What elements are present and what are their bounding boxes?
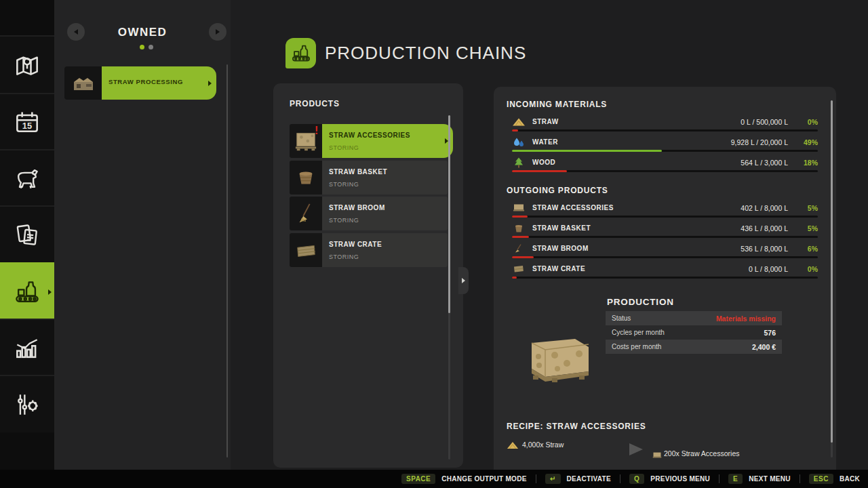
key-space: SPACE bbox=[401, 474, 435, 484]
status-value: Materials missing bbox=[716, 314, 776, 323]
products-panel-title: PRODUCTS bbox=[290, 99, 340, 108]
product-status: STORING bbox=[329, 144, 359, 151]
documents-icon bbox=[12, 220, 42, 250]
product-name: STRAW BASKET bbox=[329, 168, 387, 176]
detail-scrollbar-thumb[interactable] bbox=[831, 100, 833, 443]
material-row-wood: WOOD 564 L / 3,000 L 18% bbox=[507, 158, 818, 176]
pallet-thumbnail: ! bbox=[290, 124, 322, 158]
chevron-right-icon bbox=[208, 81, 212, 86]
svg-text:15: 15 bbox=[22, 121, 32, 131]
broom-icon bbox=[512, 243, 526, 254]
production-chains-icon bbox=[290, 42, 313, 65]
page-icon bbox=[285, 38, 316, 68]
page-dot[interactable] bbox=[149, 45, 153, 49]
key-e: E bbox=[728, 474, 743, 484]
sidebar-item-calendar[interactable]: 15 bbox=[0, 93, 54, 150]
map-icon bbox=[12, 51, 42, 81]
factory-thumbnail bbox=[64, 66, 102, 100]
products-scrollbar-thumb[interactable] bbox=[448, 115, 450, 313]
water-icon bbox=[512, 136, 526, 148]
chevron-right-icon bbox=[462, 278, 465, 283]
table-row-status: Status Materials missing bbox=[606, 311, 782, 325]
recipe-input: 4,000x Straw bbox=[522, 441, 564, 449]
sidebar-item-statistics[interactable] bbox=[0, 319, 54, 376]
recipe-arrow-icon bbox=[629, 443, 643, 455]
table-row-costs: Costs per month 2,400 € bbox=[606, 340, 782, 354]
sidebar-item-production-chains[interactable] bbox=[0, 262, 54, 320]
warning-icon: ! bbox=[315, 125, 318, 137]
pallet-icon bbox=[512, 202, 526, 214]
product-item-straw-broom[interactable]: STRAW BROOM STORING bbox=[290, 197, 448, 230]
wood-tree-icon bbox=[512, 157, 526, 168]
owned-scrollbar[interactable] bbox=[226, 64, 228, 458]
basket-thumbnail bbox=[290, 161, 322, 195]
product-row-straw-crate: STRAW CRATE 0 L / 8,000 L 0% bbox=[507, 264, 818, 282]
product-name: STRAW BROOM bbox=[329, 204, 385, 211]
incoming-materials-title: INCOMING MATERIALS bbox=[507, 100, 607, 109]
owned-title: OWNED bbox=[54, 26, 231, 39]
owned-tab-straw-processing[interactable]: STRAW PROCESSING bbox=[64, 66, 216, 100]
material-row-straw: STRAW 0 L / 500,000 L 0% bbox=[507, 117, 818, 135]
product-row-straw-accessories: STRAW ACCESSORIES 402 L / 8,000 L 5% bbox=[507, 203, 818, 221]
panel-expand-arrow[interactable] bbox=[458, 267, 469, 294]
key-esc: ESC bbox=[809, 474, 833, 484]
outgoing-products-title: OUTGOING PRODUCTS bbox=[507, 186, 608, 195]
hint-change-output-mode[interactable]: SPACE CHANGE OUTPUT MODE bbox=[401, 474, 527, 484]
owned-tab-label: STRAW PROCESSING bbox=[108, 78, 183, 85]
product-row-straw-basket: STRAW BASKET 436 L / 8,000 L 5% bbox=[507, 224, 818, 241]
bottom-hint-bar: SPACE CHANGE OUTPUT MODE ↵ DEACTIVATE Q … bbox=[0, 470, 868, 488]
hint-next-menu[interactable]: E NEXT MENU bbox=[728, 474, 791, 484]
production-chains-icon bbox=[12, 277, 42, 307]
hint-previous-menu[interactable]: Q PREVIOUS MENU bbox=[629, 474, 710, 484]
calendar-icon: 15 bbox=[12, 108, 42, 138]
production-section-title: PRODUCTION bbox=[607, 297, 674, 307]
straw-icon bbox=[507, 441, 519, 449]
owned-panel: OWNED STRAW PROCESSING bbox=[54, 0, 231, 470]
page-title: PRODUCTION CHAINS bbox=[325, 43, 526, 64]
sidebar-item-map[interactable] bbox=[0, 35, 54, 94]
straw-icon bbox=[512, 116, 526, 127]
sidebar-item-finances[interactable] bbox=[0, 205, 54, 264]
material-row-water: WATER 9,928 L / 20,000 L 49% bbox=[507, 138, 818, 155]
recipe-output: 200x Straw Accessories bbox=[664, 449, 739, 458]
table-row-cycles: Cycles per month 576 bbox=[606, 325, 782, 340]
sidebar-item-animals[interactable] bbox=[0, 149, 54, 207]
key-q: Q bbox=[629, 474, 644, 484]
product-item-straw-accessories[interactable]: ! STRAW ACCESSORIES STORING bbox=[290, 124, 448, 158]
hint-back[interactable]: ESC BACK bbox=[809, 474, 860, 484]
bar-chart-icon bbox=[12, 333, 42, 363]
hint-deactivate[interactable]: ↵ DEACTIVATE bbox=[545, 474, 611, 484]
page-dot-active[interactable] bbox=[140, 45, 144, 49]
sidebar-item-settings[interactable] bbox=[0, 375, 54, 432]
crate-icon bbox=[512, 263, 526, 274]
crate-thumbnail bbox=[290, 233, 322, 267]
product-name: STRAW CRATE bbox=[329, 241, 382, 248]
active-notch-arrow-icon bbox=[48, 289, 52, 295]
recipe-title: RECIPE: STRAW ACCESSORIES bbox=[507, 422, 646, 431]
sidebar: 15 bbox=[0, 0, 54, 470]
key-enter-icon: ↵ bbox=[545, 474, 561, 484]
product-row-straw-broom: STRAW BROOM 536 L / 8,000 L 6% bbox=[507, 244, 818, 262]
basket-icon bbox=[512, 222, 526, 234]
product-status: STORING bbox=[329, 181, 359, 188]
product-status: STORING bbox=[329, 217, 359, 224]
product-item-straw-crate[interactable]: STRAW CRATE STORING bbox=[290, 233, 448, 267]
pallet-icon bbox=[652, 451, 663, 459]
settings-sliders-gear-icon bbox=[12, 390, 42, 420]
product-status: STORING bbox=[329, 253, 359, 260]
broom-thumbnail bbox=[290, 197, 322, 230]
product-item-straw-basket[interactable]: STRAW BASKET STORING bbox=[290, 161, 448, 195]
cow-icon bbox=[12, 164, 42, 194]
production-table: Status Materials missing Cycles per mont… bbox=[606, 311, 782, 354]
product-name: STRAW ACCESSORIES bbox=[329, 131, 410, 139]
product-image-pallet bbox=[522, 333, 597, 389]
